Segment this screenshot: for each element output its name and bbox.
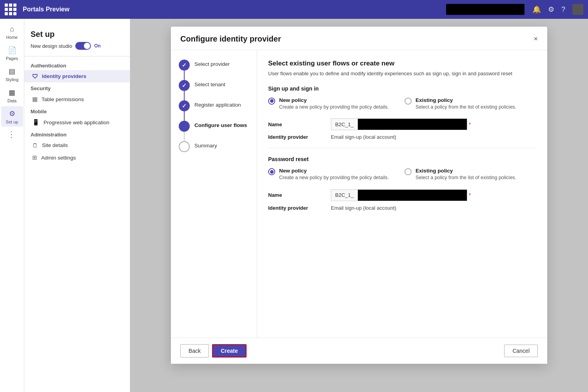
sidebar-item-admin-settings[interactable]: ⊞ Admin settings (24, 151, 130, 164)
data-icon: ▦ (9, 88, 15, 97)
password-reset-new-policy-option[interactable]: New policy Create a new policy by provid… (268, 168, 389, 181)
avatar[interactable] (572, 4, 583, 15)
sign-up-new-policy-option[interactable]: New policy Create a new policy by provid… (268, 97, 389, 111)
rail-home-label: Home (6, 35, 18, 40)
section-security: Security (24, 82, 130, 93)
topbar: Portals Preview 🔔 ⚙ ? (0, 0, 588, 19)
icon-rail: ⌂ Home 📄 Pages ▤ Styling ▦ Data ⚙ Set up… (0, 19, 24, 392)
sidebar-item-identity-providers[interactable]: 🛡 Identity providers (24, 70, 130, 82)
sign-up-name-input-group: B2C_1_ * (331, 118, 471, 130)
section-authentication: Authentication (24, 60, 130, 70)
sign-up-policy-row: New policy Create a new policy by provid… (268, 97, 536, 111)
step-circle-3 (179, 100, 190, 111)
new-design-studio-toggle[interactable] (75, 42, 91, 50)
password-reset-name-label: Name (268, 192, 331, 198)
password-reset-name-input[interactable] (358, 189, 467, 201)
sign-up-identity-provider-row: Identity provider Email sign-up (local a… (268, 134, 536, 140)
rail-setup-label: Set up (6, 120, 18, 124)
create-button[interactable]: Create (212, 344, 247, 358)
rail-pages-label: Pages (6, 56, 18, 61)
password-reset-identity-provider-label: Identity provider (268, 205, 331, 211)
table-icon: ▦ (32, 96, 38, 103)
password-reset-identity-provider-row: Identity provider Email sign-up (local a… (268, 205, 536, 211)
topbar-icons: 🔔 ⚙ ? (532, 4, 583, 15)
sign-up-required-star: * (469, 122, 471, 127)
wizard-steps: Select provider Select tenant (171, 50, 257, 338)
sidebar-item-pwa[interactable]: 📱 Progressive web application (24, 116, 130, 129)
dialog-title: Configure identity provider (180, 34, 281, 44)
sign-up-existing-policy-radio[interactable] (405, 98, 412, 105)
password-reset-new-policy-radio-inner (270, 170, 274, 174)
sign-up-new-policy-radio[interactable] (268, 98, 275, 105)
footer-left-buttons: Back Create (180, 344, 247, 358)
content-area: Configure identity provider × Select pro… (130, 19, 588, 392)
password-reset-policy-row: New policy Create a new policy by provid… (268, 168, 536, 181)
sidebar-item-table-permissions[interactable]: ▦ Table permissions (24, 93, 130, 105)
configure-identity-provider-dialog: Configure identity provider × Select pro… (171, 27, 547, 364)
sidebar-item-site-details[interactable]: 🗒 Site details (24, 139, 130, 151)
step-circle-5 (179, 141, 190, 152)
more-icon[interactable]: ··· (7, 131, 16, 140)
sign-up-existing-policy-desc: Select a policy from the list of existin… (416, 104, 516, 111)
sign-up-new-policy-name: New policy (279, 97, 389, 103)
identity-providers-label: Identity providers (42, 73, 86, 79)
app-title: Portals Preview (23, 6, 69, 13)
password-reset-existing-policy-name: Existing policy (416, 168, 516, 174)
password-reset-new-policy-name: New policy (279, 168, 389, 174)
sign-up-existing-policy-text: Existing policy Select a policy from the… (416, 97, 516, 111)
password-reset-existing-policy-radio[interactable] (405, 168, 412, 175)
sign-up-name-input[interactable] (358, 118, 467, 130)
rail-data[interactable]: ▦ Data (1, 85, 23, 105)
rail-pages[interactable]: 📄 Pages (1, 43, 23, 63)
step-label-4: Configure user flows (194, 121, 247, 128)
section-mobile: Mobile (24, 105, 130, 116)
rail-home[interactable]: ⌂ Home (1, 22, 23, 42)
dialog-body: Select provider Select tenant (171, 50, 547, 338)
styling-icon: ▤ (9, 67, 15, 76)
sign-up-identity-provider-label: Identity provider (268, 134, 331, 140)
password-reset-name-row: Name B2C_1_ * (268, 189, 536, 201)
sidebar-setup-title: Set up (31, 30, 54, 39)
help-icon[interactable]: ? (561, 5, 565, 14)
step-register-application: Register application (179, 100, 249, 111)
sign-up-section-title: Sign up and sign in (268, 85, 536, 92)
password-reset-existing-policy-option[interactable]: Existing policy Select a policy from the… (405, 168, 516, 181)
pages-icon: 📄 (8, 46, 16, 54)
sign-up-name-prefix: B2C_1_ (331, 118, 358, 130)
new-design-studio-label: New design studio (31, 43, 72, 49)
setup-icon: ⚙ (9, 109, 15, 118)
topbar-redacted (446, 4, 524, 15)
sign-up-new-policy-radio-inner (270, 99, 274, 103)
sign-up-identity-provider-value: Email sign-up (local account) (331, 134, 396, 140)
rail-styling[interactable]: ▤ Styling (1, 64, 23, 84)
dialog-main-content: Select existing user flows or create new… (257, 50, 547, 338)
main-layout: ⌂ Home 📄 Pages ▤ Styling ▦ Data ⚙ Set up… (0, 19, 588, 392)
toggle-on-label: On (94, 43, 101, 49)
back-button[interactable]: Back (180, 344, 209, 358)
dialog-close-button[interactable]: × (534, 35, 538, 43)
dialog-footer: Back Create Cancel (171, 338, 547, 364)
waffle-button[interactable] (5, 4, 16, 15)
dialog-main-heading: Select existing user flows or create new (268, 60, 536, 67)
site-details-icon: 🗒 (32, 142, 38, 149)
mobile-icon: 📱 (32, 119, 40, 126)
sign-up-existing-policy-option[interactable]: Existing policy Select a policy from the… (405, 97, 516, 111)
dialog-main-subtitle: User flows enable you to define and modi… (268, 70, 536, 78)
rail-setup[interactable]: ⚙ Set up (1, 106, 23, 127)
step-label-5: Summary (194, 141, 217, 149)
step-circle-2 (179, 80, 190, 91)
settings-icon[interactable]: ⚙ (548, 5, 554, 14)
password-reset-existing-policy-desc: Select a policy from the list of existin… (416, 174, 516, 181)
pwa-label: Progressive web application (44, 120, 109, 125)
shield-icon: 🛡 (32, 73, 38, 80)
section-administration: Administration (24, 129, 130, 139)
password-reset-existing-policy-text: Existing policy Select a policy from the… (416, 168, 516, 181)
sign-up-new-policy-text: New policy Create a new policy by provid… (279, 97, 389, 111)
sidebar: Set up New design studio On Authenticati… (24, 19, 130, 392)
site-details-label: Site details (42, 142, 68, 148)
notification-icon[interactable]: 🔔 (532, 5, 541, 14)
password-reset-new-policy-radio[interactable] (268, 168, 275, 175)
sign-up-name-row: Name B2C_1_ * (268, 118, 536, 130)
cancel-button[interactable]: Cancel (504, 345, 538, 357)
password-reset-required-star: * (469, 192, 471, 198)
